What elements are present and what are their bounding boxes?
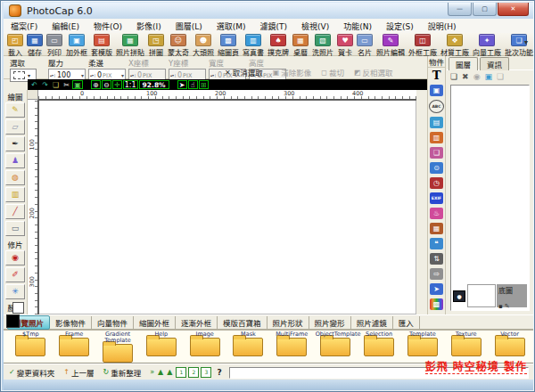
clear-image-button[interactable]: ▣ 清除影像 [273,67,312,78]
folder-item[interactable]: Image [185,331,225,363]
folder-item[interactable]: Mask [228,331,268,363]
menu-item[interactable]: 功能(N) [336,20,379,32]
stamp-tool-icon[interactable]: ♟ [5,153,25,168]
field-dropdown-icon[interactable]: ▾ [121,72,124,78]
plus-icon[interactable]: ⊞ [199,80,209,89]
print-photo-button[interactable]: ▧ 洗照片 [310,33,335,57]
magnifier-object-icon[interactable]: ⊙ [430,162,443,174]
spray-tool-icon[interactable]: ✳ [5,284,25,299]
hand-tool-icon[interactable]: ☝ [188,80,198,89]
redo-icon[interactable]: ↷ [40,80,50,89]
paste-icon[interactable]: ▣ [72,80,83,89]
menu-item[interactable]: 設定(S) [379,20,421,32]
cursor-star-object-icon[interactable]: ➤ [430,283,443,295]
line-tool-icon[interactable]: ╱ [5,204,25,219]
zoom-in-icon[interactable]: ⊕ [91,80,101,89]
shape-tool-icon[interactable]: ▭ [5,221,25,236]
zoom-out-icon[interactable]: ⊖ [102,80,111,89]
fill-tool-icon[interactable]: ◍ [5,170,25,185]
pen-tool-icon[interactable]: ✒ [5,136,25,151]
frame-factory-button[interactable]: ◫ 外框工廠 [407,33,439,57]
delete-layer-icon[interactable]: ✖ [462,72,469,81]
menu-item[interactable]: 編輯(E) [45,20,86,32]
pattern-object-icon[interactable]: ▩ [430,298,443,310]
calendar-object-icon[interactable]: ▦ [430,223,443,234]
spinner-arrows-icon[interactable]: ▴▾ [210,74,216,78]
up-level-button[interactable]: ↑ 上一層 [63,367,94,378]
desk-calendar-button[interactable]: ▦ 桌曆 [291,33,310,57]
photo-collage-button[interactable]: ▦ 照片拼貼 [114,33,146,57]
eraser-tool-icon[interactable]: ▱ [5,119,25,135]
save-button[interactable]: ▦ 儲存 [25,33,45,57]
comment-object-icon[interactable]: ❝ [430,238,443,249]
folder-item[interactable]: $Tmp [11,331,51,363]
image-object-icon[interactable]: ▣ [430,85,443,96]
layers-list[interactable]: ● 底圖 ▪✎ [450,85,530,311]
size-2-icon[interactable]: 2 [188,367,199,378]
playing-card-button[interactable]: ♠ 撲克牌 [266,33,291,57]
bottom-tab[interactable]: 影像物件 [50,316,92,329]
bottom-tab[interactable]: 逐漸外框 [176,316,218,329]
folder-item[interactable]: Help [141,331,181,363]
business-card-button[interactable]: ▭ 名片 [355,33,374,57]
montage-button[interactable]: ☺ 蒙太奇 [166,33,191,57]
fit-page-icon[interactable]: ✛ [112,80,122,89]
undo-icon[interactable]: ↶ [29,80,39,89]
clock-object-icon[interactable]: ◷ [430,177,443,189]
collage-object-icon[interactable]: ❏ [430,147,443,159]
folder-item[interactable]: ObjectTemplate [316,331,356,363]
exif-object-icon[interactable]: EXIF [430,192,443,204]
menu-item[interactable]: 影像(I) [129,20,169,32]
copy-icon[interactable]: ❏ [51,80,61,89]
maximize-button[interactable]: ▢ [473,3,497,16]
photo-book-button[interactable]: ▥ 寫真書 [241,33,266,57]
bottom-tab[interactable]: 匯入 [393,316,420,329]
folder-item[interactable]: Frame [54,331,95,363]
new-layer-icon[interactable]: ❏ [450,72,457,81]
texture-factory-button[interactable]: ❖ 材質工廠 [439,33,471,57]
bottom-tab[interactable]: 模版百寶箱 [218,316,268,329]
panel-tab[interactable]: 圖層 [449,57,478,70]
invert-selection-button[interactable]: ◩ 反相選取 [354,67,393,78]
panel-tab[interactable]: 資訊 [480,57,509,70]
photo-edit-button[interactable]: ✎ 照片編輯 [374,33,407,57]
spinner-arrows-icon[interactable]: ▴▾ [129,74,136,78]
folder-item[interactable]: MultiFrame [272,331,312,363]
size-1-icon[interactable]: 1 [176,367,186,378]
menu-item[interactable]: 物件(O) [86,20,129,32]
apply-template-button[interactable]: ▤ 套模版 [89,33,114,57]
menu-item[interactable]: 圖層(L) [169,20,210,32]
help-icon[interactable]: ? [217,368,221,377]
load-button[interactable]: ◰ 載入 [5,33,25,57]
red-eye-tool-icon[interactable]: ◉ [5,250,25,265]
bottom-tab[interactable]: 照片濾鏡 [351,316,393,329]
bottom-tab[interactable]: 縮圖外框 [134,316,176,329]
arrow-object-icon[interactable]: ⇨ [430,268,443,280]
layer-name-box[interactable]: 底圖 ▪✎ [497,284,527,307]
id-photo-button[interactable]: ☻ 大頭照 [191,33,216,57]
field-dropdown-icon[interactable]: ▾ [81,72,84,78]
spinner-arrows-icon[interactable]: ▴▾ [89,74,95,78]
more-icon[interactable]: » [150,368,154,376]
add-frame-button[interactable]: ▣ 加外框 [64,33,89,57]
brush-tool-icon[interactable]: ✎ [5,102,25,118]
layer-visibility-icon[interactable]: ● [453,290,465,302]
image-layer-icon[interactable]: ▣ [484,72,492,81]
actual-size-icon[interactable]: 1:1 [123,80,138,89]
titlebar[interactable]: PhotoCap 6.0 — ▢ ✕ [4,3,533,19]
foreground-color-swatch[interactable] [6,314,20,328]
cut-icon[interactable]: ✂ [62,80,71,89]
puzzle-button[interactable]: ◳ 拼圖 [146,33,166,57]
large-icons-icon[interactable]: ▲ [158,368,163,376]
cake-object-icon[interactable]: ♨ [430,208,443,219]
bottom-tab[interactable]: 照片形狀 [268,316,309,329]
menu-item[interactable]: 檢視(V) [294,20,336,32]
pointer-tool-icon[interactable]: ➤ [177,80,187,89]
spinner-arrows-icon[interactable]: ▴▾ [169,74,176,78]
menu-item[interactable]: 檔案(F) [4,20,45,32]
small-icons-icon[interactable]: ▲ [167,368,172,376]
change-folder-button[interactable]: ✓ 變更資料夾 [9,367,54,378]
line-arrow-object-icon[interactable]: ⇅ [430,253,443,265]
menu-item[interactable]: 選取(M) [210,20,253,32]
close-button[interactable]: ✕ [498,3,529,16]
